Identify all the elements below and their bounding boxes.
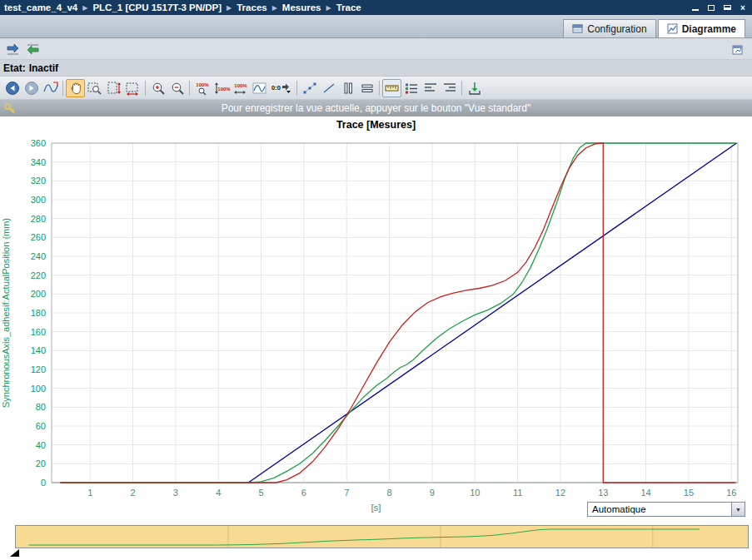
pan-hand-icon	[69, 81, 82, 95]
zoom-100-icon: 100%	[194, 81, 211, 96]
y-tick-label: 100	[31, 384, 46, 394]
time-sync-icon: 0:0	[270, 81, 293, 96]
tab-configuration[interactable]: Configuration	[563, 19, 655, 37]
y-tick-label: 160	[31, 327, 46, 337]
zoom-in-icon	[151, 81, 166, 96]
chevron-down-icon[interactable]: ▼	[731, 503, 745, 516]
previous-view-button[interactable]	[2, 79, 22, 97]
y-tick-label: 140	[31, 345, 46, 355]
overview-scrub-handle[interactable]	[10, 549, 19, 557]
vertical-bars-button[interactable]	[338, 79, 357, 97]
key-icon	[3, 102, 17, 117]
standard-view-button[interactable]	[41, 79, 60, 97]
breadcrumb-plc[interactable]: PLC_1 [CPU 1517T-3 PN/DP]	[92, 2, 222, 12]
x-tick-label: 15	[684, 488, 694, 498]
scale-y-100-button[interactable]: 100%	[212, 79, 231, 97]
scale-x-100-icon: 100%	[232, 81, 249, 96]
zoom-area-icon	[87, 81, 102, 96]
breadcrumb-mesures[interactable]: Mesures	[282, 2, 321, 12]
x-tick-label: 1	[87, 488, 92, 498]
next-view-button[interactable]	[22, 79, 41, 97]
zoom-horizontal-button[interactable]	[123, 79, 142, 97]
trace-chart[interactable]: 0204060801001201401601802002202402602803…	[0, 133, 752, 501]
zoom-vertical-icon	[106, 81, 122, 96]
tab-diagramme[interactable]: Diagramme	[658, 19, 745, 37]
x-tick-label: 3	[173, 488, 178, 498]
trace-overview-strip[interactable]	[15, 525, 749, 548]
minimize-icon[interactable]	[690, 2, 700, 12]
breadcrumb-traces[interactable]: Traces	[237, 2, 266, 12]
zoom-100-button[interactable]: 100%	[192, 79, 212, 97]
legend-left-icon	[423, 81, 438, 96]
y-tick-label: 280	[31, 214, 46, 224]
x-tick-label: 12	[555, 488, 565, 498]
restore-icon[interactable]	[706, 2, 716, 12]
breadcrumb: test_came_4_v4 ▶ PLC_1 [CPU 1517T-3 PN/D…	[0, 0, 752, 15]
x-tick-label: 6	[301, 488, 306, 498]
dock-icon[interactable]	[722, 2, 732, 12]
legend-left-button[interactable]	[421, 79, 440, 97]
zoom-out-button[interactable]	[167, 79, 187, 97]
diagramme-icon	[667, 23, 678, 34]
interpolation-icon	[321, 81, 336, 96]
measure-button[interactable]	[382, 79, 401, 97]
samples-icon	[302, 81, 317, 96]
horizontal-bars-button[interactable]	[357, 79, 376, 97]
y-tick-label: 180	[31, 308, 46, 318]
import-trace-button[interactable]	[22, 40, 42, 58]
breadcrumb-trace[interactable]: Trace	[336, 2, 361, 12]
zoom-in-button[interactable]	[148, 79, 167, 97]
pan-button[interactable]	[66, 79, 85, 97]
samples-button[interactable]	[300, 79, 319, 97]
float-view-icon	[731, 43, 745, 57]
x-tick-label: 13	[598, 488, 608, 498]
measure-ruler-icon	[384, 81, 400, 96]
y-tick-label: 200	[31, 289, 46, 299]
breadcrumb-separator-icon: ▶	[227, 4, 232, 12]
breadcrumb-project[interactable]: test_came_4_v4	[4, 2, 77, 12]
x-tick-label: 2	[130, 488, 135, 498]
legend-icon	[404, 81, 419, 96]
legend-right-button[interactable]	[440, 79, 459, 97]
import-trace-icon	[25, 42, 40, 56]
x-tick-label: 4	[216, 488, 221, 498]
next-view-icon	[24, 81, 39, 96]
zoom-out-icon	[170, 81, 185, 96]
y-tick-label: 320	[31, 176, 46, 186]
interpolation-button[interactable]	[319, 79, 338, 97]
svg-text:100%: 100%	[234, 83, 247, 88]
time-sync-button[interactable]: 0:0	[269, 79, 294, 97]
toolbar-separator	[296, 81, 297, 96]
float-view-button[interactable]	[728, 41, 747, 59]
export-button[interactable]	[465, 79, 484, 97]
breadcrumb-separator-icon: ▶	[82, 4, 87, 12]
svg-text:100%: 100%	[196, 82, 209, 87]
previous-view-icon	[5, 81, 20, 96]
scale-mode-dropdown[interactable]: Automatique ▼	[587, 502, 745, 517]
x-tick-label: 8	[387, 488, 392, 498]
toolbar-separator	[145, 81, 146, 96]
y-tick-label: 0	[41, 478, 46, 488]
zoom-area-button[interactable]	[85, 79, 104, 97]
legend-right-icon	[442, 81, 457, 96]
legend-button[interactable]	[401, 79, 421, 97]
x-tick-label: 14	[640, 488, 650, 498]
signal-curve-button[interactable]	[250, 79, 269, 97]
x-tick-label: 11	[513, 488, 522, 498]
close-icon[interactable]: ×	[738, 2, 748, 12]
toolbar-separator	[189, 81, 190, 96]
scale-x-100-button[interactable]: 100%	[231, 79, 250, 97]
x-tick-label: 16	[726, 488, 736, 498]
vertical-bars-icon	[341, 81, 356, 96]
breadcrumb-separator-icon: ▶	[326, 4, 331, 12]
chart-title: Trace [Mesures]	[0, 116, 752, 133]
x-tick-label: 10	[470, 488, 480, 498]
transfer-trace-button[interactable]	[3, 40, 22, 58]
export-icon	[467, 81, 482, 96]
y-tick-label: 240	[31, 251, 46, 261]
transfer-trace-icon	[6, 42, 21, 56]
y-tick-label: 360	[31, 138, 46, 148]
window-controls: ×	[690, 2, 748, 12]
zoom-vertical-button[interactable]	[104, 79, 123, 97]
y-tick-label: 60	[36, 421, 46, 431]
